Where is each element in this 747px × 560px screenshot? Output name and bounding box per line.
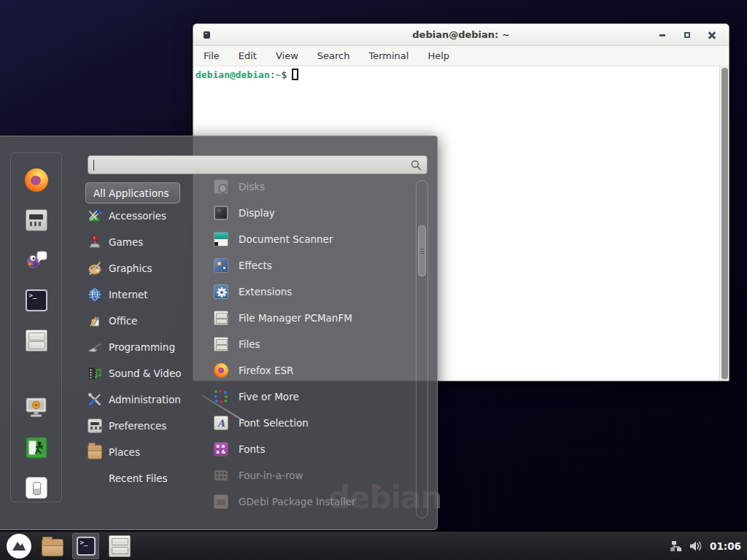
category-preferences[interactable]: Preferences	[84, 413, 204, 439]
app-item-disks[interactable]: Disks	[206, 174, 415, 200]
five-or-more-icon	[214, 389, 228, 404]
menu-search[interactable]: Search	[314, 49, 353, 63]
administration-icon	[88, 392, 102, 407]
lock-screen-button[interactable]	[24, 395, 49, 420]
app-label: File Manager PCManFM	[239, 312, 352, 324]
terminal-window-icon	[204, 31, 210, 39]
app-item-four-in-a-row[interactable]: Four-in-a-row	[206, 462, 415, 489]
app-item-font-selection[interactable]: A Font Selection	[206, 410, 415, 436]
network-tray-button[interactable]	[670, 540, 683, 553]
effects-icon	[214, 258, 228, 273]
app-label: Font Selection	[239, 417, 309, 429]
file-cabinet-icon	[26, 330, 47, 351]
four-in-a-row-icon	[214, 468, 228, 483]
minimize-icon	[659, 34, 665, 36]
category-label: Office	[109, 315, 137, 327]
category-label: Preferences	[109, 420, 166, 432]
category-label: Administration	[109, 394, 181, 405]
firefox-icon	[25, 168, 48, 192]
app-list-scrollbar-thumb[interactable]	[418, 225, 426, 276]
clock[interactable]: 01:06	[710, 540, 741, 552]
menu-view[interactable]: View	[273, 49, 301, 63]
menu-button[interactable]	[5, 533, 32, 559]
category-office[interactable]: Office	[84, 308, 204, 334]
graphics-icon	[88, 261, 102, 276]
category-label: Places	[109, 446, 140, 458]
category-graphics[interactable]: Graphics	[84, 255, 204, 281]
gdebi-icon	[214, 494, 228, 509]
app-item-fonts[interactable]: a a a & Fonts	[206, 436, 415, 462]
terminal-scrollbar[interactable]	[719, 66, 729, 381]
category-label: Programming	[109, 341, 175, 353]
favorite-firefox-button[interactable]	[24, 168, 49, 192]
file-manager-launcher[interactable]	[39, 533, 66, 559]
app-label: Fonts	[239, 443, 265, 455]
menu-help[interactable]: Help	[425, 49, 452, 63]
category-programming[interactable]: Programming	[84, 334, 204, 360]
terminal-titlebar[interactable]: debian@debian: ~	[193, 24, 729, 46]
font-selection-icon: A	[214, 416, 228, 430]
terminal-taskbar-button[interactable]	[72, 533, 99, 559]
app-item-file-manager-pcmanfm[interactable]: File Manager PCManFM	[206, 305, 415, 331]
category-administration[interactable]: Administration	[84, 386, 204, 413]
pidgin-icon	[24, 248, 49, 273]
app-item-display[interactable]: Display	[206, 200, 415, 226]
app-label: Four-in-a-row	[239, 470, 303, 481]
app-item-files[interactable]: Files	[206, 331, 415, 357]
maximize-button[interactable]	[681, 28, 694, 42]
menu-file[interactable]: File	[201, 49, 222, 63]
fonts-icon: a a a &	[214, 442, 228, 456]
category-internet[interactable]: Internet	[84, 281, 204, 308]
log-out-icon	[26, 437, 47, 459]
app-label: Firefox ESR	[239, 365, 293, 376]
app-item-document-scanner[interactable]: Document Scanner	[206, 226, 415, 252]
category-games[interactable]: Games	[84, 229, 204, 255]
favorite-pidgin-button[interactable]	[24, 248, 49, 273]
favorite-file-manager-button[interactable]	[24, 328, 49, 353]
prompt-colon: :	[270, 69, 276, 80]
app-item-gdebi-package-installer[interactable]: GDebi Package Installer	[206, 489, 415, 509]
close-button[interactable]	[705, 28, 719, 42]
category-sound-video[interactable]: Sound & Video	[84, 360, 204, 386]
close-icon	[708, 31, 716, 39]
firefox-icon	[214, 363, 228, 378]
app-list-scrollbar[interactable]	[416, 180, 428, 518]
search-icon	[411, 160, 422, 171]
category-label: Graphics	[109, 262, 152, 274]
terminal-menubar: File Edit View Search Terminal Help	[193, 46, 729, 66]
app-label: Display	[239, 207, 275, 219]
power-off-button[interactable]	[24, 475, 49, 500]
office-icon	[88, 314, 102, 328]
app-label: Disks	[239, 181, 265, 192]
menu-terminal[interactable]: Terminal	[365, 49, 411, 63]
favorite-control-center-button[interactable]	[24, 208, 49, 233]
menu-edit[interactable]: Edit	[236, 49, 260, 63]
file-cabinet-icon	[109, 535, 131, 557]
app-item-firefox-esr[interactable]: Firefox ESR	[206, 357, 415, 384]
files-launcher[interactable]	[106, 533, 133, 559]
menu-logo-icon	[7, 534, 31, 559]
shell-prompt: debian@debian:~$	[196, 69, 298, 80]
category-accessories[interactable]: Accessories	[84, 203, 204, 229]
category-places[interactable]: Places	[84, 439, 204, 465]
app-item-extensions[interactable]: Extensions	[206, 279, 415, 305]
category-label: All Applications	[93, 187, 169, 199]
category-recent-files[interactable]: Recent Files	[84, 465, 204, 491]
app-item-five-or-more[interactable]: Five or More	[206, 384, 415, 410]
category-all-applications[interactable]: All Applications	[85, 182, 180, 203]
games-icon	[88, 235, 102, 249]
terminal-title: debian@debian: ~	[193, 29, 729, 40]
terminal-scrollbar-thumb[interactable]	[721, 68, 728, 379]
minimize-button[interactable]	[656, 28, 669, 42]
log-out-button[interactable]	[24, 435, 49, 460]
prompt-path: ~	[276, 69, 282, 80]
favorite-terminal-button[interactable]	[24, 288, 49, 313]
text-caret	[93, 160, 94, 171]
application-list: Disks Display Document Scanner Effects	[206, 172, 415, 509]
app-item-effects[interactable]: Effects	[206, 252, 415, 279]
lock-screen-icon	[24, 396, 49, 419]
extensions-icon	[214, 284, 228, 299]
app-search-input[interactable]	[88, 156, 427, 174]
volume-tray-button[interactable]	[689, 540, 703, 553]
app-label: GDebi Package Installer	[239, 496, 356, 508]
